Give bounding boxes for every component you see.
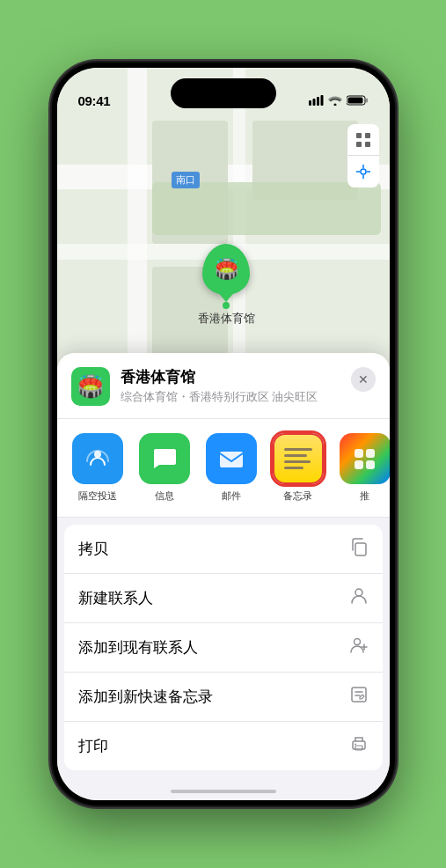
stadium-icon: 🏟️ [215,258,238,281]
svg-rect-6 [347,98,362,104]
person-add-icon [349,636,369,659]
action-new-contact[interactable]: 新建联系人 [64,574,383,623]
venue-header: 🏟️ 香港体育馆 综合体育馆・香港特别行政区 油尖旺区 ✕ [57,353,390,419]
action-quick-note-label: 添加到新快速备忘录 [78,687,213,707]
svg-rect-17 [220,452,243,467]
venue-name: 香港体育馆 [121,367,340,387]
share-item-messages[interactable]: 信息 [135,433,194,503]
svg-rect-2 [317,97,319,106]
svg-rect-8 [365,133,370,138]
notes-lines [279,441,318,476]
signal-icon [309,95,324,108]
stadium-marker: 🏟️ 香港体育馆 [198,244,255,327]
map-label: 南口 [172,172,200,188]
svg-rect-0 [309,100,311,106]
phone-screen: 09:41 [57,68,390,800]
action-quick-note[interactable]: 添加到新快速备忘录 [64,673,383,722]
status-icons [309,95,369,108]
svg-rect-5 [366,99,368,103]
svg-rect-3 [320,95,323,106]
svg-rect-18 [355,543,366,555]
airdrop-icon [72,433,123,484]
dynamic-island [171,78,276,108]
action-print-label: 打印 [78,736,108,756]
location-button[interactable] [347,156,379,188]
airdrop-label: 隔空投送 [78,489,117,503]
phone-frame: 09:41 [52,63,395,805]
quick-note-icon [349,685,369,709]
messages-icon [139,433,190,484]
svg-point-19 [355,589,362,596]
share-item-more[interactable]: 推 [335,433,390,503]
action-print[interactable]: 打印 [64,722,383,770]
notes-icon [273,433,324,484]
share-item-notes[interactable]: 备忘录 [268,433,328,503]
action-add-existing[interactable]: 添加到现有联系人 [64,623,383,673]
venue-icon: 🏟️ [71,367,110,406]
status-time: 09:41 [78,93,111,108]
marker-pin: 🏟️ [202,244,250,295]
marker-label: 香港体育馆 [198,311,255,327]
bottom-sheet: 🏟️ 香港体育馆 综合体育馆・香港特别行政区 油尖旺区 ✕ [57,353,390,800]
wifi-icon [328,95,342,108]
home-indicator [171,790,276,793]
map-controls [347,124,379,188]
action-list: 拷贝 新建联系人 [64,525,383,770]
person-icon [349,586,369,610]
more-apps-icon [340,433,390,484]
action-copy-label: 拷贝 [78,539,108,559]
svg-point-11 [361,169,366,174]
svg-rect-9 [356,142,362,147]
battery-icon [347,95,369,108]
action-copy[interactable]: 拷贝 [64,525,383,574]
venue-info: 香港体育馆 综合体育馆・香港特别行政区 油尖旺区 [121,367,340,405]
svg-rect-21 [352,688,366,702]
mail-label: 邮件 [222,489,241,503]
copy-icon [349,537,369,561]
venue-description: 综合体育馆・香港特别行政区 油尖旺区 [121,389,340,405]
print-icon [349,734,369,758]
svg-point-24 [355,744,356,746]
svg-rect-7 [356,133,362,138]
map-type-button[interactable] [347,124,379,156]
more-label: 推 [360,489,369,503]
close-button[interactable]: ✕ [351,367,376,392]
share-row: 隔空投送 信息 [57,419,390,518]
marker-dot [223,302,230,309]
action-add-existing-label: 添加到现有联系人 [78,637,198,658]
svg-point-20 [354,639,360,645]
svg-rect-1 [312,99,315,106]
messages-label: 信息 [155,489,174,503]
svg-rect-10 [365,142,370,147]
share-item-airdrop[interactable]: 隔空投送 [68,433,128,503]
action-new-contact-label: 新建联系人 [78,588,153,608]
mail-icon [206,433,257,484]
notes-label: 备忘录 [283,489,312,503]
share-item-mail[interactable]: 邮件 [201,433,261,503]
